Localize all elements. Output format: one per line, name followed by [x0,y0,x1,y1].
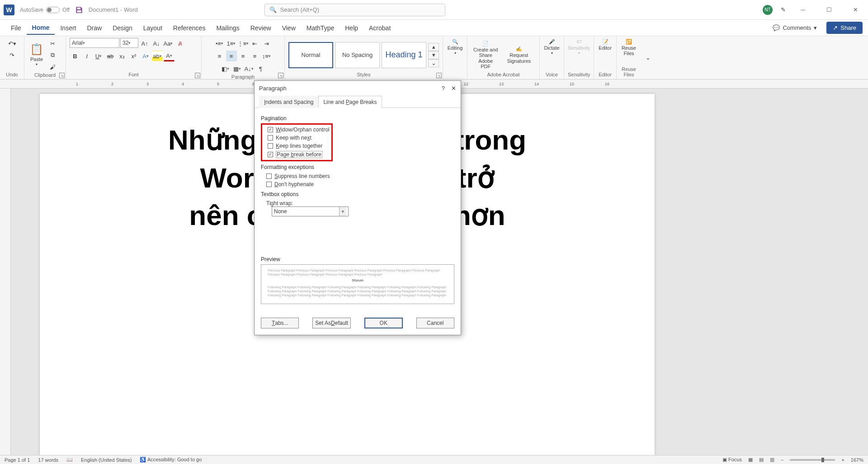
line-spacing-button[interactable]: ↕≡ [261,51,272,61]
shrink-font-button[interactable]: A↓ [151,38,162,49]
tab-review[interactable]: Review [245,22,277,34]
underline-button[interactable]: U [93,51,104,61]
align-center-button[interactable]: ≡ [226,51,237,61]
tab-mailings[interactable]: Mailings [211,22,245,34]
dont-hyphenate-checkbox[interactable]: Don't hyphenate [261,180,454,188]
view-web-layout-button[interactable]: ▥ [770,457,774,463]
tab-layout[interactable]: Layout [138,22,168,34]
shading-button[interactable]: ◧ [220,63,231,74]
tab-draw[interactable]: Draw [81,22,107,34]
styles-more[interactable]: ⌄ [428,59,439,67]
editing-button[interactable]: 🔍 Editing ▾ [447,38,463,56]
dialog-titlebar[interactable]: Paragraph ? ✕ [255,81,461,95]
tab-file[interactable]: File [5,22,27,34]
suppress-line-numbers-checkbox[interactable]: Suppress line numbers [261,172,454,180]
keep-with-next-checkbox[interactable]: Keep with next [262,134,330,142]
widow-orphan-checkbox[interactable]: Widow/Orphan control [262,126,330,134]
clipboard-launcher[interactable]: ↘ [59,73,65,78]
page-indicator[interactable]: Page 1 of 1 [5,457,30,463]
view-read-mode-button[interactable]: ▤ [759,457,764,463]
undo-button[interactable]: ↶▾ [7,38,18,49]
create-share-pdf-button[interactable]: 📄 Create and Share Adobe PDF [471,40,500,70]
toggle-off-icon[interactable] [46,7,60,13]
multilevel-button[interactable]: ⋮≡ [238,38,249,49]
redo-button[interactable]: ↷ [7,50,18,61]
superscript-button[interactable]: x² [128,51,139,61]
editor-button[interactable]: 📝 Editor [598,38,613,52]
tab-acrobat[interactable]: Acrobat [363,22,396,34]
search-input[interactable]: 🔍 Search (Alt+Q) [264,4,445,16]
styles-scroll-up[interactable]: ▴ [428,43,439,51]
vertical-ruler[interactable] [0,89,11,455]
checkbox-icon[interactable] [266,182,272,187]
page-break-before-checkbox[interactable]: Page break before [262,150,330,159]
chevron-down-icon[interactable]: ▾ [339,207,346,216]
maximize-button[interactable]: ☐ [820,3,838,17]
style-normal[interactable]: Normal [288,42,333,68]
tab-design[interactable]: Design [107,22,138,34]
zoom-level[interactable]: 167% [851,457,863,463]
styles-launcher[interactable]: ↘ [436,73,442,78]
show-marks-button[interactable]: ¶ [255,63,266,74]
pen-icon[interactable]: ✎ [781,6,786,13]
font-color-button[interactable]: A [164,51,175,61]
checkbox-checked-icon[interactable] [268,152,273,157]
ribbon-collapse-icon[interactable]: ⌄ [646,54,651,61]
checkbox-icon[interactable] [268,135,273,141]
format-painter-button[interactable]: 🖌 [47,61,58,72]
tab-insert[interactable]: Insert [55,22,81,34]
minimize-button[interactable]: ─ [794,3,812,17]
user-avatar[interactable]: NT [763,5,773,15]
font-size-combo[interactable]: 32 [120,38,138,48]
tabs-button[interactable]: Tabs... [261,318,299,328]
strike-button[interactable]: ab [105,51,116,61]
copy-button[interactable]: ⧉ [47,50,58,61]
tab-indents-spacing[interactable]: Indents and Spacing [259,96,318,108]
subscript-button[interactable]: x₂ [117,51,127,61]
decrease-indent-button[interactable]: ⇤ [250,38,260,49]
zoom-out-button[interactable]: − [781,457,783,463]
dialog-help-button[interactable]: ? [442,85,445,92]
style-nospacing[interactable]: No Spacing [335,42,380,68]
clear-formatting-button[interactable]: A̷ [175,38,185,49]
align-right-button[interactable]: ≡ [238,51,249,61]
tab-view[interactable]: View [277,22,301,34]
style-heading1[interactable]: Heading 1 [382,42,426,68]
bold-button[interactable]: B [70,51,80,61]
share-button[interactable]: ↗ Share [826,22,863,34]
numbering-button[interactable]: 1≡ [226,38,237,49]
dictate-button[interactable]: 🎤 Dictate ▾ [543,38,560,56]
comments-button[interactable]: 💬 Comments ▾ [768,22,822,33]
reuse-files-button[interactable]: 🔁 Reuse Files [620,38,637,57]
zoom-slider[interactable] [790,459,835,461]
tab-line-page-breaks[interactable]: Line and Page Breaks [318,96,382,108]
zoom-in-button[interactable]: + [841,457,844,463]
borders-button[interactable]: ▦ [232,63,243,74]
cancel-button[interactable]: Cancel [416,318,454,328]
checkbox-checked-icon[interactable] [268,127,273,132]
italic-button[interactable]: I [81,51,92,61]
font-launcher[interactable]: ↘ [195,73,200,78]
tab-help[interactable]: Help [340,22,363,34]
dialog-close-button[interactable]: ✕ [451,85,456,92]
keep-lines-together-checkbox[interactable]: Keep lines together [262,142,330,150]
tab-references[interactable]: References [168,22,211,34]
tight-wrap-combo[interactable]: None ▾ [272,206,349,216]
font-name-combo[interactable]: Arial [70,38,119,48]
paste-button[interactable]: 📋 Paste ▾ [28,42,45,67]
change-case-button[interactable]: Aa [163,38,174,49]
tab-home[interactable]: Home [27,21,55,35]
highlight-button[interactable]: ab [152,51,163,61]
paragraph-launcher[interactable]: ↘ [278,73,283,78]
request-signatures-button[interactable]: ✍ Request Signatures [502,45,536,64]
styles-scroll-down[interactable]: ▾ [428,51,439,59]
language-indicator[interactable]: English (United States) [81,457,132,463]
text-effects-button[interactable]: A [140,51,151,61]
close-button[interactable]: ✕ [846,3,864,17]
autosave-toggle[interactable]: AutoSave Off [20,7,70,13]
focus-mode-button[interactable]: ▣ Focus [722,457,742,463]
bullets-button[interactable]: •≡ [214,38,225,49]
accessibility-indicator[interactable]: ♿ Accessibility: Good to go [140,457,202,463]
set-default-button[interactable]: Set As Default [312,318,350,328]
justify-button[interactable]: ≡ [250,51,260,61]
